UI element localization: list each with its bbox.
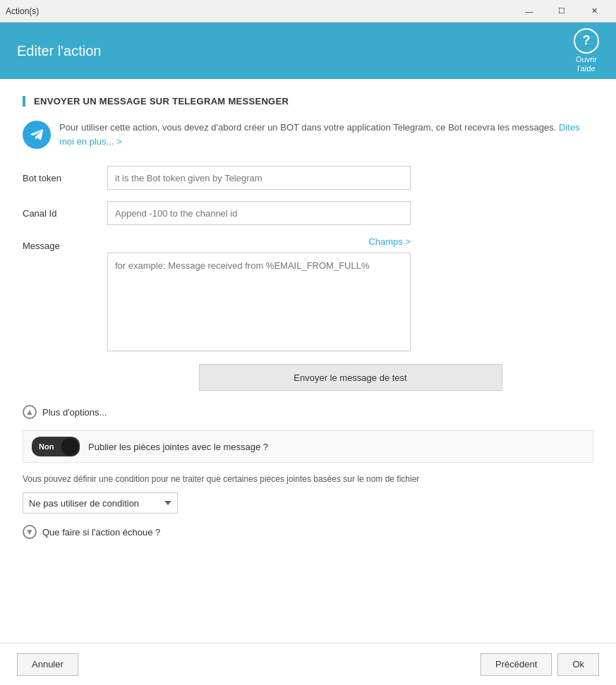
- message-right: Champs >: [107, 236, 411, 351]
- canal-id-row: Canal Id: [23, 201, 593, 225]
- ok-button[interactable]: Ok: [557, 653, 599, 676]
- publish-toggle-row: Non Publier les pièces jointes avec le m…: [23, 430, 593, 463]
- help-label: Ouvrirl'aide: [576, 55, 597, 73]
- message-row: Message Champs >: [23, 236, 593, 351]
- titlebar-controls: — ☐ ✕: [513, 0, 610, 23]
- info-text: Pour utiliser cette action, vous devez d…: [59, 121, 593, 148]
- test-message-button[interactable]: Envoyer le message de test: [199, 364, 502, 391]
- info-box: Pour utiliser cette action, vous devez d…: [23, 121, 593, 149]
- toggle-off-label: Non: [33, 442, 54, 451]
- condition-desc: Vous pouvez définir une condition pour n…: [23, 473, 593, 485]
- main-content: ENVOYER UN MESSAGE SUR TELEGRAM MESSENGE…: [0, 79, 616, 643]
- titlebar-title: Action(s): [6, 6, 513, 16]
- footer-right: Précédent Ok: [481, 653, 599, 676]
- titlebar: Action(s) — ☐ ✕: [0, 0, 616, 23]
- help-icon: ?: [574, 28, 599, 54]
- section-title: ENVOYER UN MESSAGE SUR TELEGRAM MESSENGE…: [23, 96, 593, 107]
- cancel-button[interactable]: Annuler: [17, 653, 78, 676]
- toggle-knob: [61, 438, 78, 455]
- telegram-icon: [23, 121, 51, 149]
- que-faire-row[interactable]: ▼ Que faire si l'action échoue ?: [23, 525, 593, 539]
- options-expand-icon: ▲: [23, 405, 37, 419]
- options-toggle-label: Plus d'options...: [42, 407, 107, 418]
- bot-token-label: Bot token: [23, 173, 107, 183]
- footer: Annuler Précédent Ok: [0, 643, 616, 685]
- publish-toggle-switch[interactable]: Non: [32, 437, 80, 456]
- canal-id-input[interactable]: [107, 201, 411, 225]
- canal-id-label: Canal Id: [23, 208, 107, 219]
- footer-left: Annuler: [17, 653, 78, 676]
- condition-select[interactable]: Ne pas utiliser de condition Contient Ne…: [23, 492, 178, 514]
- champs-link[interactable]: Champs >: [368, 236, 411, 247]
- que-faire-label: Que faire si l'action échoue ?: [42, 527, 160, 538]
- publish-label: Publier les pièces jointes avec le messa…: [88, 442, 268, 452]
- maximize-button[interactable]: ☐: [545, 0, 578, 23]
- message-label: Message: [23, 236, 107, 251]
- que-faire-expand-icon: ▼: [23, 525, 37, 539]
- help-button[interactable]: ? Ouvrirl'aide: [574, 28, 599, 73]
- previous-button[interactable]: Précédent: [481, 653, 552, 676]
- page-title: Editer l'action: [17, 43, 101, 59]
- options-toggle-button[interactable]: ▲ Plus d'options...: [23, 405, 107, 419]
- minimize-button[interactable]: —: [513, 0, 545, 23]
- bot-token-row: Bot token: [23, 166, 593, 190]
- test-btn-row: Envoyer le message de test: [107, 364, 593, 391]
- header: Editer l'action ? Ouvrirl'aide: [0, 23, 616, 79]
- close-button[interactable]: ✕: [578, 0, 610, 23]
- message-textarea[interactable]: [107, 253, 411, 351]
- bot-token-input[interactable]: [107, 166, 411, 190]
